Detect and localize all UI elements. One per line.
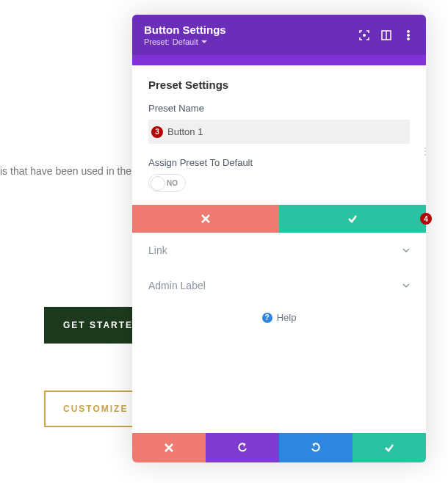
preset-action-row: 4: [132, 205, 426, 233]
assign-default-toggle[interactable]: NO: [148, 174, 186, 192]
panel-title: Button Settings: [144, 23, 226, 36]
help-link[interactable]: ? Help: [132, 303, 426, 433]
check-icon: [384, 443, 394, 453]
section-link[interactable]: Link: [132, 233, 426, 268]
undo-icon: [237, 443, 248, 453]
close-icon: [164, 443, 174, 453]
footer-undo-button[interactable]: [206, 433, 279, 462]
section-admin-label-text: Admin Label: [148, 280, 206, 291]
preset-cancel-button[interactable]: [132, 205, 279, 233]
focus-icon[interactable]: [358, 29, 370, 41]
chevron-down-icon: [402, 282, 410, 289]
step-badge-4: 4: [420, 213, 432, 225]
section-admin-label[interactable]: Admin Label: [132, 268, 426, 303]
preset-name-input[interactable]: [148, 120, 410, 144]
caret-down-icon: [201, 39, 207, 45]
preset-confirm-button[interactable]: [279, 205, 426, 233]
help-label: Help: [277, 312, 297, 323]
preset-settings-card: Preset Settings Preset Name 3 Assign Pre…: [132, 65, 426, 233]
svg-point-5: [408, 37, 410, 40]
preset-settings-title: Preset Settings: [148, 79, 410, 91]
preset-prefix: Preset:: [144, 37, 170, 46]
columns-icon[interactable]: [380, 29, 392, 41]
svg-point-0: [364, 34, 366, 36]
footer-redo-button[interactable]: [279, 433, 353, 462]
check-icon: [347, 214, 358, 224]
preset-dropdown[interactable]: Preset: Default: [144, 37, 226, 46]
redo-icon: [311, 443, 321, 453]
settings-panel: Button Settings Preset: Default er Prese…: [132, 15, 426, 462]
background-truncated-text: is that have been used in the l: [0, 165, 137, 177]
help-icon: ?: [262, 313, 272, 323]
panel-footer: [132, 433, 426, 462]
preset-value: Default: [173, 37, 198, 46]
more-vertical-icon[interactable]: [402, 29, 414, 41]
panel-header: Button Settings Preset: Default: [132, 15, 426, 55]
assign-default-label: Assign Preset To Default: [148, 157, 410, 168]
close-icon: [200, 214, 211, 224]
preset-name-label: Preset Name: [148, 103, 410, 114]
footer-cancel-button[interactable]: [132, 433, 206, 462]
drag-handle-icon[interactable]: ⋮: [420, 145, 430, 157]
section-link-label: Link: [148, 244, 167, 256]
footer-confirm-button[interactable]: [353, 433, 426, 462]
step-badge-3: 3: [151, 126, 163, 138]
header-strip: [132, 55, 426, 65]
svg-point-4: [408, 34, 410, 36]
svg-point-3: [408, 30, 410, 32]
chevron-down-icon: [402, 247, 410, 254]
